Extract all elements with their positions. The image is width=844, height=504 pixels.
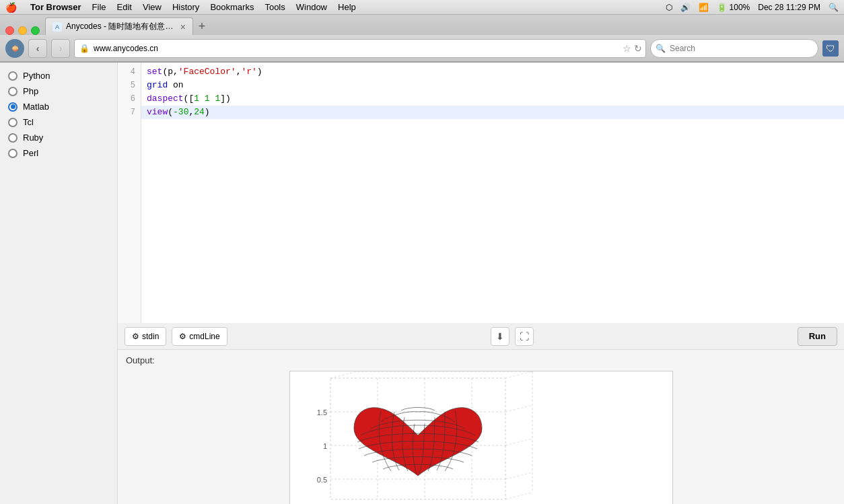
menu-window[interactable]: Window bbox=[296, 2, 327, 12]
lang-label-python: Python bbox=[23, 71, 50, 81]
menu-bar: 🍎 Tor Browser File Edit View History Boo… bbox=[0, 0, 844, 15]
download-btn[interactable]: ⬇ bbox=[491, 327, 509, 346]
lang-option-perl[interactable]: Perl bbox=[0, 145, 117, 161]
menu-tools[interactable]: Tools bbox=[265, 2, 285, 12]
menu-view[interactable]: View bbox=[143, 2, 162, 12]
editor-output-panel: 4 5 6 7 set(p,'FaceColor','r') grid on d… bbox=[118, 63, 844, 504]
lang-label-tcl: Tcl bbox=[23, 117, 34, 127]
heart-chart-svg: 1.5 1 0.5 bbox=[290, 371, 673, 504]
address-bar[interactable] bbox=[74, 39, 646, 58]
menu-help[interactable]: Help bbox=[338, 2, 356, 12]
line-num-5: 5 bbox=[118, 79, 141, 92]
tab-favicon: A bbox=[52, 22, 62, 32]
cmdline-btn[interactable]: ⚙ cmdLine bbox=[172, 327, 227, 346]
tab-close-btn[interactable]: × bbox=[180, 22, 186, 32]
minimize-window-btn[interactable] bbox=[18, 26, 27, 35]
search-menu-icon[interactable]: 🔍 bbox=[829, 3, 839, 12]
datetime: Dec 28 11:29 PM bbox=[758, 3, 820, 12]
output-area: Output: bbox=[118, 350, 844, 504]
radio-tcl[interactable] bbox=[8, 118, 17, 127]
browser-tab-active[interactable]: A Anycodes - 随时随地有创意、随... × bbox=[45, 17, 193, 35]
volume-icon: 🔊 bbox=[680, 3, 691, 12]
lang-label-ruby: Ruby bbox=[23, 133, 43, 143]
tor-shield-icon[interactable]: 🛡 bbox=[822, 40, 839, 57]
stdin-icon: ⚙ bbox=[132, 332, 139, 341]
radio-python[interactable] bbox=[8, 71, 17, 81]
code-line-7: view(-30,24) bbox=[141, 106, 844, 119]
radio-matlab[interactable] bbox=[8, 102, 17, 112]
bookmark-star-icon[interactable]: ☆ bbox=[623, 43, 631, 54]
line-num-6: 6 bbox=[118, 92, 141, 106]
forward-btn[interactable]: › bbox=[51, 39, 70, 58]
browser-toolbar: 🧅 ‹ › 🔒 ☆ ↻ 🔍 🛡 bbox=[0, 35, 844, 62]
browser-chrome: A Anycodes - 随时随地有创意、随... × + 🧅 ‹ › 🔒 ☆ … bbox=[0, 15, 844, 63]
radio-ruby[interactable] bbox=[8, 133, 17, 143]
search-bar-wrap: 🔍 bbox=[650, 39, 818, 58]
stdin-label: stdin bbox=[142, 332, 159, 341]
output-chart: 1.5 1 0.5 bbox=[289, 371, 673, 504]
code-line-6: daspect([1 1 1]) bbox=[141, 92, 844, 106]
menu-file[interactable]: File bbox=[92, 2, 106, 12]
line-numbers: 4 5 6 7 bbox=[118, 63, 141, 323]
battery-status: 🔋 100% bbox=[717, 3, 750, 12]
address-bar-wrap: 🔒 ☆ ↻ bbox=[74, 39, 646, 58]
lang-option-php[interactable]: Php bbox=[0, 83, 117, 99]
main-content: Python Php Matlab Tcl Ruby Perl 4 bbox=[0, 63, 844, 504]
code-line-4: set(p,'FaceColor','r') bbox=[141, 65, 844, 79]
lang-option-python[interactable]: Python bbox=[0, 68, 117, 83]
run-btn[interactable]: Run bbox=[798, 327, 837, 346]
tab-bar: A Anycodes - 随时随地有创意、随... × + bbox=[0, 15, 844, 35]
lang-label-php: Php bbox=[23, 86, 38, 96]
bluetooth-icon: ⬡ bbox=[666, 3, 672, 12]
menu-bar-right: ⬡ 🔊 📶 🔋 100% Dec 28 11:29 PM 🔍 bbox=[666, 3, 839, 12]
lang-option-matlab[interactable]: Matlab bbox=[0, 99, 117, 114]
new-tab-btn[interactable]: + bbox=[193, 17, 211, 35]
wifi-icon: 📶 bbox=[699, 3, 709, 12]
svg-text:1: 1 bbox=[322, 442, 326, 450]
code-editor: 4 5 6 7 set(p,'FaceColor','r') grid on d… bbox=[118, 63, 844, 323]
back-btn[interactable]: ‹ bbox=[28, 39, 47, 58]
bottom-toolbar: ⚙ stdin ⚙ cmdLine ⬇ ⛶ Run bbox=[118, 323, 844, 350]
menu-bookmarks[interactable]: Bookmarks bbox=[210, 2, 254, 12]
radio-perl[interactable] bbox=[8, 149, 17, 158]
menu-edit[interactable]: Edit bbox=[117, 2, 132, 12]
svg-text:1.5: 1.5 bbox=[316, 408, 326, 417]
cmdline-icon: ⚙ bbox=[179, 332, 186, 341]
code-editor-area[interactable]: 4 5 6 7 set(p,'FaceColor','r') grid on d… bbox=[118, 63, 844, 323]
line-num-4: 4 bbox=[118, 65, 141, 79]
lang-option-tcl[interactable]: Tcl bbox=[0, 114, 117, 130]
menu-history[interactable]: History bbox=[172, 2, 199, 12]
svg-rect-0 bbox=[290, 371, 673, 504]
fullscreen-btn[interactable]: ⛶ bbox=[515, 327, 534, 346]
tab-title: Anycodes - 随时随地有创意、随... bbox=[66, 21, 176, 32]
stdin-btn[interactable]: ⚙ stdin bbox=[125, 327, 166, 346]
lock-icon: 🔒 bbox=[79, 44, 90, 53]
lang-label-perl: Perl bbox=[23, 148, 38, 158]
code-lines[interactable]: set(p,'FaceColor','r') grid on daspect([… bbox=[141, 63, 844, 323]
line-num-7: 7 bbox=[118, 106, 141, 119]
radio-php[interactable] bbox=[8, 87, 17, 96]
refresh-btn[interactable]: ↻ bbox=[634, 43, 642, 54]
menu-tor-browser[interactable]: Tor Browser bbox=[30, 2, 81, 12]
tor-icon-btn[interactable]: 🧅 bbox=[5, 39, 24, 58]
address-right-icons: ☆ ↻ bbox=[623, 43, 642, 54]
language-sidebar: Python Php Matlab Tcl Ruby Perl bbox=[0, 63, 118, 504]
cmdline-label: cmdLine bbox=[189, 332, 219, 341]
code-line-5: grid on bbox=[141, 79, 844, 92]
svg-text:0.5: 0.5 bbox=[316, 476, 326, 484]
search-input[interactable] bbox=[650, 39, 818, 58]
lang-label-matlab: Matlab bbox=[23, 102, 49, 112]
close-window-btn[interactable] bbox=[5, 26, 14, 35]
search-icon: 🔍 bbox=[656, 44, 666, 53]
lang-option-ruby[interactable]: Ruby bbox=[0, 130, 117, 145]
apple-menu[interactable]: 🍎 bbox=[5, 2, 17, 13]
output-label: Output: bbox=[126, 355, 836, 365]
maximize-window-btn[interactable] bbox=[31, 26, 40, 35]
